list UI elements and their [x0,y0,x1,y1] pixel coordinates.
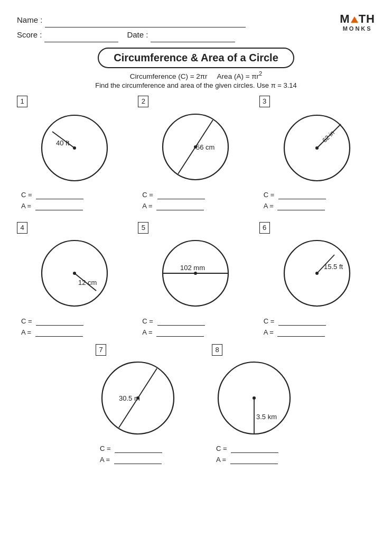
c-answer [278,191,326,199]
problem-5-a: A = [142,328,204,337]
a-answer [156,328,204,337]
c-answer [157,191,205,199]
problem-4-header: 4 [17,221,133,234]
a-answer [277,328,325,337]
problem-2: 2 56 cm C = A = [138,95,254,211]
score-label: Score : [17,30,42,39]
problem-7-circle: 30.5 m [96,357,180,439]
problem-6-number: 6 [259,222,270,234]
c-answer [36,191,83,199]
problem-8: 8 3.5 km C = A = [212,343,296,465]
problem-6: 6 15.5 ft C = A = [259,221,375,338]
problem-7-number: 7 [96,344,106,356]
name-score-block: Name : Score : Date : [17,13,246,42]
problem-3-circle: 62 in [259,108,375,185]
svg-point-22 [315,272,319,275]
problem-3-c: C = [264,191,326,199]
problem-4-number: 4 [17,222,27,234]
svg-point-18 [194,272,197,275]
problem-6-c: C = [264,317,326,326]
problem-4: 4 12 cm C = A = [17,221,133,338]
problem-5-header: 5 [138,221,254,234]
problem-2-circle: 56 cm [138,108,254,185]
svg-text:102 mm: 102 mm [180,264,205,272]
problem-8-number: 8 [212,344,222,356]
a-answer [277,202,325,210]
c-label: C = [216,445,227,452]
problem-3-number: 3 [259,96,270,107]
problem-4-c: C = [21,317,83,326]
c-label: C = [264,191,275,199]
problem-1: 1 40 ft C = A = [17,95,133,211]
title-box: Circumference & Area of a Circle [17,48,375,68]
svg-point-30 [253,396,256,400]
score-underline [44,27,118,42]
problem-6-a: A = [264,328,325,337]
name-label: Name : [17,15,42,24]
a-label: A = [264,328,274,336]
instruction: Find the circumference and area of the g… [17,81,375,89]
problem-4-a: A = [21,328,83,337]
c-label: C = [21,317,32,325]
score-date-line: Score : Date : [17,27,246,42]
a-label: A = [264,202,274,210]
svg-point-14 [73,272,76,275]
problem-1-header: 1 [17,95,133,107]
svg-point-10 [315,146,319,150]
problem-8-c: C = [216,445,278,453]
a-label: A = [100,456,110,464]
problem-7-c: C = [100,445,162,453]
c-answer [115,445,162,453]
a-label: A = [142,202,152,210]
svg-text:15.5 ft: 15.5 ft [324,263,343,271]
c-label: C = [264,317,275,325]
date-label: Date : [127,30,148,39]
problem-5-number: 5 [138,222,148,234]
problem-6-circle: 15.5 ft [259,235,375,311]
problem-5-c: C = [142,317,204,326]
problem-6-header: 6 [259,221,375,234]
logo-monks: MONKS [340,25,375,32]
problem-1-c: C = [21,191,83,199]
svg-text:40 ft: 40 ft [56,139,70,147]
problems-bottom: 7 30.5 m C = A = 8 [17,343,375,465]
subtitle-formula: Circumference (C) = 2πr Area (A) = πr2 [17,70,375,80]
problem-2-number: 2 [138,96,148,107]
problem-1-a: A = [21,202,83,210]
problem-3: 3 62 in C = A = [259,95,375,211]
a-answer [230,456,278,464]
svg-text:3.5 km: 3.5 km [256,413,277,421]
c-label: C = [142,317,153,325]
problem-8-circle: 3.5 km [212,357,296,439]
problem-8-header: 8 [212,343,296,356]
svg-point-2 [73,146,76,150]
problem-4-circle: 12 cm [17,235,133,311]
problem-7: 7 30.5 m C = A = [96,343,180,465]
logo: MTH MONKS [340,13,375,32]
name-line: Name : [17,13,246,27]
svg-text:12 cm: 12 cm [78,279,97,286]
header: Name : Score : Date : MTH MONKS [17,13,375,42]
a-label: A = [21,328,31,336]
c-label: C = [142,191,153,199]
problem-7-header: 7 [96,343,180,356]
a-answer [156,202,204,210]
c-answer [278,317,326,326]
problem-2-c: C = [142,191,204,199]
c-answer [231,445,278,453]
c-answer [157,317,205,326]
problem-7-a: A = [100,456,162,464]
problems-grid: 1 40 ft C = A = 2 [17,95,375,338]
svg-text:56 cm: 56 cm [196,143,214,151]
a-label: A = [142,328,152,336]
problem-1-circle: 40 ft [17,108,133,185]
page-title: Circumference & Area of a Circle [98,48,294,68]
a-answer [35,328,83,337]
problem-2-a: A = [142,202,204,210]
c-label: C = [21,191,32,199]
a-answer [35,202,83,210]
logo-math: MTH [340,13,375,25]
name-underline [45,13,246,27]
problem-8-a: A = [216,456,278,464]
date-underline [151,27,235,42]
